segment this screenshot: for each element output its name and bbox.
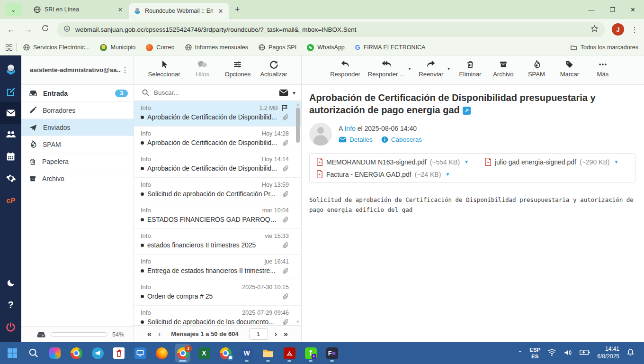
threads-button[interactable]: Hilos xyxy=(189,60,215,78)
mark-button[interactable]: Marcar xyxy=(557,60,582,78)
message-row[interactable]: Info2025-07-30 10:15 Orden de compra # 2… xyxy=(134,280,301,306)
attachment-item[interactable]: Factura - ENERGIA GAD.pdf (~24 KB) ▼ xyxy=(316,170,450,178)
calendar-nav-button[interactable] xyxy=(0,146,21,167)
tab-sri[interactable]: SRI en Línea ✕ xyxy=(28,1,129,18)
message-row[interactable]: Info1.2 MB Aprobación de Certificación d… xyxy=(134,101,301,127)
battery-icon[interactable] xyxy=(580,349,590,357)
bookmark-informes[interactable]: Informes mensuales xyxy=(185,44,249,51)
taskbar-search-button[interactable] xyxy=(26,344,41,363)
fenix-app-button[interactable]: fx xyxy=(303,344,318,363)
search-options-chevron-icon[interactable]: ▾ xyxy=(293,90,295,96)
reply-button[interactable]: Responder xyxy=(330,60,360,78)
scrollbar-thumb[interactable] xyxy=(296,108,300,143)
attachment-menu-icon[interactable]: ▼ xyxy=(464,159,469,164)
message-row[interactable]: Infojue 16:41 Entrega de estados financi… xyxy=(134,255,301,280)
copilot-button[interactable] xyxy=(47,344,63,363)
page-number-input[interactable] xyxy=(249,328,268,340)
forward-icon[interactable]: → xyxy=(23,25,33,35)
message-row[interactable]: InfoHoy 14:28 Aprobación de Certificació… xyxy=(134,127,301,152)
details-link[interactable]: Detalles xyxy=(339,136,373,143)
firefox-button[interactable] xyxy=(154,344,169,363)
remote-desktop-button[interactable] xyxy=(133,344,148,363)
dark-mode-icon[interactable] xyxy=(0,272,21,294)
forward-menu-icon[interactable]: ▾ xyxy=(447,66,450,71)
headers-link[interactable]: Cabeceras xyxy=(381,136,422,143)
forward-button[interactable]: Reenviar xyxy=(418,60,444,78)
window-close-button[interactable]: ✕ xyxy=(630,6,635,13)
bookmark-whatsapp[interactable]: WhatsApp xyxy=(307,44,345,51)
bookmark-firma[interactable]: G FIRMA ELECTRONICA xyxy=(355,44,425,51)
search-scope-icon[interactable] xyxy=(279,89,288,96)
compose-button[interactable] xyxy=(0,80,21,102)
profile-avatar[interactable]: J xyxy=(612,23,624,36)
excel-button[interactable]: X xyxy=(197,344,212,363)
mail-nav-button[interactable] xyxy=(0,102,21,124)
folder-spam[interactable]: SPAM xyxy=(21,136,134,153)
folder-entrada[interactable]: Entrada 3 xyxy=(21,85,134,102)
first-page-button[interactable]: « xyxy=(147,330,152,338)
tab-close-icon[interactable]: ✕ xyxy=(116,6,124,13)
recipient-link[interactable]: Info xyxy=(344,125,355,132)
flag-icon[interactable] xyxy=(281,104,289,111)
select-button[interactable]: Seleccionar xyxy=(148,60,180,78)
refresh-button[interactable]: Actualizar xyxy=(260,60,287,78)
options-button[interactable]: Opciones xyxy=(224,60,250,78)
chrome-active-button[interactable]: J xyxy=(175,344,190,363)
volume-icon[interactable] xyxy=(564,349,572,358)
chrome-profile-button[interactable] xyxy=(218,344,233,363)
last-page-button[interactable]: » xyxy=(284,330,288,338)
tray-expand-icon[interactable]: ⌃ xyxy=(518,350,522,356)
bookmark-pagos-spi[interactable]: Pagos SPI xyxy=(259,44,296,51)
list-scrollbar[interactable]: ▲ ▼ xyxy=(295,102,300,324)
tab-roundcube[interactable]: Roundcube Webmail :: Enviados ✕ xyxy=(129,3,229,19)
site-info-icon[interactable] xyxy=(63,25,71,34)
wifi-icon[interactable] xyxy=(547,349,556,357)
logout-icon[interactable] xyxy=(0,316,21,337)
message-row[interactable]: Infomar 10:04 ESTADOS FINANCIEROS GAD PA… xyxy=(134,203,301,229)
folder-papelera[interactable]: Papelera xyxy=(21,153,134,170)
next-page-button[interactable]: › xyxy=(275,330,277,338)
attachment-menu-icon[interactable]: ▼ xyxy=(445,172,450,177)
window-maximize-button[interactable]: ❐ xyxy=(609,6,615,13)
contacts-nav-button[interactable] xyxy=(0,124,21,146)
help-icon[interactable]: ? xyxy=(0,294,21,316)
reload-icon[interactable] xyxy=(40,24,50,35)
new-tab-button[interactable]: + xyxy=(235,5,240,15)
archive-button[interactable]: Archivo xyxy=(491,60,516,78)
message-row[interactable]: Info2025-07-29 09:46 Solicitud de aproba… xyxy=(134,306,301,325)
search-input[interactable] xyxy=(154,89,275,96)
window-minimize-button[interactable]: — xyxy=(588,6,594,13)
more-button[interactable]: Más xyxy=(590,60,616,78)
all-bookmarks-button[interactable]: Todos los marcadores xyxy=(570,44,638,51)
delete-button[interactable]: Eliminar xyxy=(457,60,483,78)
bookmark-star-icon[interactable] xyxy=(590,25,599,34)
scroll-down-icon[interactable]: ▼ xyxy=(295,319,300,324)
settings-nav-button[interactable] xyxy=(0,167,21,189)
scroll-up-icon[interactable]: ▲ xyxy=(295,102,300,107)
open-in-new-window-icon[interactable]: ↗ xyxy=(463,107,471,115)
recycle-bin-button[interactable] xyxy=(111,344,126,363)
spam-button[interactable]: SPAM xyxy=(524,60,549,78)
chrome-button[interactable] xyxy=(69,344,84,363)
word-button[interactable]: W xyxy=(239,344,254,363)
bookmark-servicios[interactable]: Servicios Electrónic... xyxy=(23,44,89,51)
folder-enviados[interactable]: Enviados xyxy=(21,119,134,136)
language-indicator[interactable]: ESPES xyxy=(529,346,540,360)
folder-archivo[interactable]: Archivo xyxy=(21,170,134,187)
start-button[interactable] xyxy=(5,344,20,363)
message-row[interactable]: Infovie 15:33 estados financieros II tri… xyxy=(134,229,301,255)
attachment-item[interactable]: julio gad energia-signed.pdf (~290 KB) ▼ xyxy=(485,158,618,166)
notifications-bell-icon[interactable]: z xyxy=(626,348,635,358)
cpanel-button[interactable]: cP xyxy=(0,189,21,211)
url-bar[interactable]: webmail.sanjuan.gob.ec/cpsess1525424746/… xyxy=(57,22,605,37)
apps-grid-icon[interactable] xyxy=(6,44,12,51)
attachment-menu-icon[interactable]: ▼ xyxy=(614,159,618,164)
clock[interactable]: 14:416/8/2025 xyxy=(597,346,619,360)
bookmark-correo[interactable]: Correo xyxy=(146,44,174,51)
bookmark-municipio[interactable]: Municipio xyxy=(100,44,135,51)
folder-borradores[interactable]: Borradores xyxy=(21,102,134,119)
acrobat-button[interactable] xyxy=(282,344,297,363)
back-icon[interactable]: ← xyxy=(6,25,16,35)
account-menu-icon[interactable]: ⋮ xyxy=(121,65,129,74)
reply-all-menu-icon[interactable]: ▾ xyxy=(409,66,411,71)
